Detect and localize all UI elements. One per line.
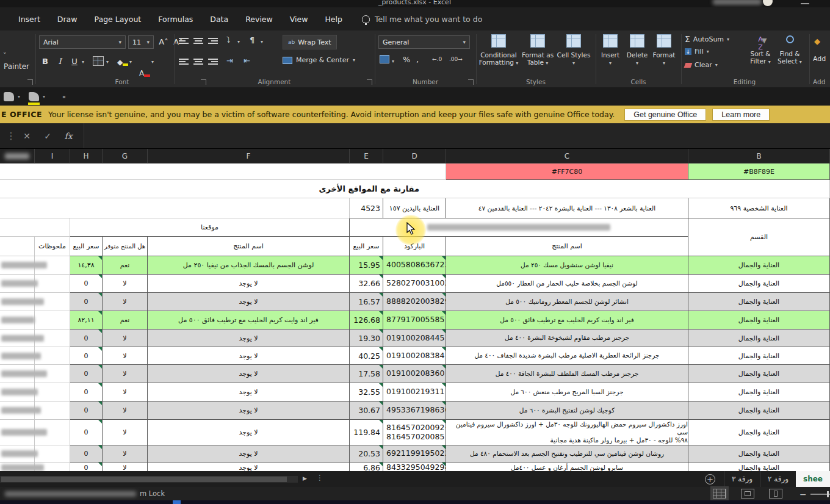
header-product-name-site[interactable]: اسم المنتج [446,237,688,256]
sell-price-site-cell[interactable]: 32.66 [350,275,383,293]
sell-price-site-cell[interactable]: 32.55 [350,383,383,401]
category-cell[interactable]: العناية والجمال [688,401,830,420]
barcode-cell[interactable]: 019100219311 [383,383,446,401]
increase-decimal-icon[interactable]: ←.0 [432,56,442,62]
increase-indent-icon[interactable]: ⇤ [244,56,250,65]
product-name-site-cell[interactable]: لوشن الجسم بخلاصة حليب الحمار من العطار … [446,275,688,293]
font-color-dropdown-icon[interactable]: ▾ [151,59,154,65]
column-header-C[interactable]: C [446,149,688,164]
category-cell[interactable]: العناية والجمال [688,445,830,463]
header-available[interactable]: هل المنتج متوفر [103,237,148,256]
sell-price-site-cell[interactable]: 16.57 [350,293,383,311]
alignment-dialog-launcher-icon[interactable] [367,79,372,85]
ribbon-tab-page-layout[interactable]: Page Layout [86,7,150,31]
italic-button[interactable]: I [54,55,66,67]
available-cell[interactable]: لا [103,293,148,311]
category-cell[interactable]: العناية والجمال [688,347,830,365]
empty-cells[interactable] [0,218,70,237]
product-name-our-cell[interactable]: لا يوجد [148,365,350,383]
barcode-cell[interactable]: 8888202003829 [383,293,446,311]
new-sheet-button[interactable]: + [705,474,715,484]
chevron-down-icon[interactable]: ⌄ [2,49,7,55]
product-name-site-cell[interactable]: فير اند وايت كريم الحليب مع ترطيب فائق ٥… [446,311,688,329]
clipboard-dialog-launcher-icon[interactable] [27,79,33,85]
ribbon-tab-help[interactable]: Help [316,7,351,31]
product-name-our-cell[interactable]: لا يوجد [148,383,350,401]
horizontal-scrollbar[interactable] [0,476,298,483]
product-name-our-cell[interactable]: فير اند وايت كريم الحليب مع ترطيب فائق ٥… [148,311,350,329]
category-cell[interactable]: العناية والجمال [688,256,830,275]
barcode-cell[interactable]: 5280270031002 [383,275,446,293]
align-left-icon[interactable] [179,57,189,66]
sell-price-our-cell[interactable]: 0 [70,445,103,463]
align-center-icon[interactable] [193,57,203,66]
page-break-view-icon[interactable] [769,489,782,499]
available-cell[interactable]: لا [103,329,148,347]
ribbon-tab-insert[interactable]: Insert [10,7,49,31]
section-merged-cell[interactable]: القسم [688,218,830,256]
category-cell[interactable]: العناية والجمال [688,420,830,445]
category-cell[interactable]: العناية والجمال [688,311,830,329]
number-dialog-launcher-icon[interactable] [468,79,474,85]
note-cell[interactable] [35,445,70,463]
ink-tool-icon[interactable] [4,92,14,101]
note-cell[interactable] [35,311,70,329]
category-cell[interactable]: العناية والجمال [688,383,830,401]
sell-price-our-cell[interactable]: 0 [70,329,103,347]
empty-cells[interactable] [0,198,350,218]
barcode-cell[interactable]: 019100208445 [383,329,446,347]
align-right-icon[interactable] [208,57,218,66]
sell-price-our-cell[interactable]: 0 [70,347,103,365]
sort-filter-button[interactable]: AZ ▼ Sort & Filter ▾ [746,35,775,65]
sell-price-our-cell[interactable]: ٨٢,١١ [70,311,103,329]
product-name-our-cell[interactable]: لا يوجد [148,420,350,445]
bold-button[interactable]: B [39,55,51,67]
fill-color-icon[interactable]: ◆ [117,55,128,66]
product-name-site-cell[interactable]: نيفيا لوشن سنشويل مسك ٢٥٠ مل [446,256,688,275]
category-cell[interactable]: العناية والجمال [688,275,830,293]
ribbon-tab-view[interactable]: View [281,7,317,31]
ribbon-options-icon[interactable] [801,0,809,4]
product-name-our-cell[interactable]: لا يوجد [148,463,350,471]
align-middle-icon[interactable] [193,37,203,45]
decrease-decimal-icon[interactable]: .00→ [449,56,463,62]
available-cell[interactable]: لا [103,365,148,383]
header-product-name-our[interactable]: اسم المنتج [148,237,350,256]
care-counts-cell[interactable]: العناية بالشعر ١٣٠٨ --- العناية بالبشرة … [446,198,688,218]
align-bottom-icon[interactable] [208,37,218,45]
accounting-format-icon[interactable] [380,55,389,63]
underline-dropdown-icon[interactable]: ▾ [82,59,84,65]
sell-price-site-cell[interactable]: 119.84 [350,420,383,445]
red-color-cell[interactable]: #FF7C80 [446,164,688,180]
delete-cells-button[interactable]: Delete▾ [624,34,651,66]
sell-price-our-cell[interactable]: 0 [70,463,103,471]
column-header-H[interactable]: H [70,149,103,164]
column-header-G[interactable]: G [103,149,148,164]
category-cell[interactable]: العناية والجمال [688,293,830,311]
chevron-down-icon[interactable]: ▾ [43,94,45,99]
barcode-cell[interactable]: 019100208360 [383,365,446,383]
page-layout-view-icon[interactable] [741,489,754,499]
note-cell[interactable] [35,383,70,401]
barcode-cell[interactable]: 816457020092+ 816457020085 [383,420,446,445]
product-name-our-cell[interactable]: لا يوجد [148,293,350,311]
align-top-icon[interactable] [179,37,189,45]
sheet-tab[interactable]: ورقة ٢ [760,471,796,487]
category-cell[interactable]: العناية والجمال [688,463,830,471]
sell-price-site-cell[interactable]: 30.67 [350,401,383,420]
barcode-cell[interactable]: 019100208384 [383,347,446,365]
scrollbar-thumb[interactable] [1,477,287,482]
taskbar-app-icon[interactable] [173,500,181,504]
normal-view-icon[interactable] [713,489,726,499]
borders-icon[interactable] [93,56,104,66]
increase-font-icon[interactable]: A˄ [157,35,170,48]
product-name-our-cell[interactable]: لوشن الجسم بالمسك الجذاب من نيفيا ٢٥٠ مل [148,256,350,275]
available-cell[interactable]: نعم [103,311,148,329]
product-name-site-cell[interactable]: كوجيك لوشن لتفتيح البشرة ٦٠٠ مل [446,401,688,420]
fill-color-dropdown-icon[interactable]: ▾ [129,59,132,65]
available-cell[interactable]: لا [103,420,148,445]
ribbon-tab-draw[interactable]: Draw [49,7,86,31]
header-notes-cell[interactable]: ملحوظات [35,237,70,256]
zoom-slider-handle[interactable] [827,491,829,497]
product-name-site-cell[interactable]: روشان لوشن فيتامين سي للترطيب وتفتيح الج… [446,445,688,463]
